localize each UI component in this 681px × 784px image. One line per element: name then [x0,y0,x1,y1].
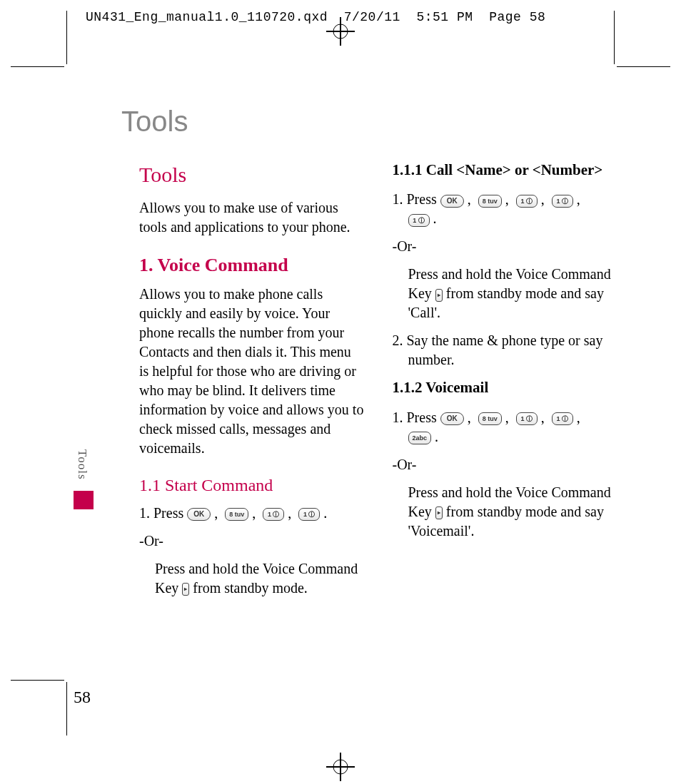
section-title-tools: Tools [139,161,364,190]
crop-mark [66,11,67,64]
voice-command-key-icon: ▸ [435,506,443,519]
slug-action: Page 58 [489,10,545,24]
content-columns: Tools Allows you to make use of various … [139,161,617,606]
call-alt: Press and hold the Voice Command Key ▸ f… [408,265,617,322]
side-tab-block [74,491,94,509]
alt-text-b: from standby mode. [193,580,308,596]
slug-date: 7/20/11 [344,10,400,24]
key-1-icon: 1 ⓘ [552,195,573,208]
key-2-icon: 2abc [408,432,432,444]
key-1-icon: 1 ⓘ [516,412,538,425]
crop-mark [66,682,67,735]
section-title-voicemail: 1.1.2 Voicemail [393,378,617,397]
ok-key-icon: OK [440,412,464,425]
voice-command-key-icon: ▸ [182,583,189,596]
voice-command-intro: Allows you to make phone calls quickly a… [139,285,364,458]
section-title-call-name-number: 1.1.1 Call <Name> or <Number> [393,161,617,180]
or-divider: -Or- [139,531,364,551]
ok-key-icon: OK [187,508,211,521]
key-8-icon: 8 tuv [478,195,502,208]
key-1-icon: 1 ⓘ [263,508,284,521]
svg-point-1 [333,760,348,774]
crop-mark [617,66,670,67]
key-1-icon: 1 ⓘ [552,412,573,425]
section-title-voice-command: 1. Voice Command [139,253,364,278]
key-1-icon: 1 ⓘ [298,508,320,521]
crop-mark [11,66,64,67]
step-label: 1. Press [139,505,187,521]
crop-mark [11,680,64,681]
side-tab: Tools [74,451,94,509]
key-8-icon: 8 tuv [225,508,248,521]
step-label: 1. Press [393,409,440,425]
page-number: 58 [74,688,91,707]
side-tab-label: Tools [75,449,89,480]
crop-mark [614,11,615,64]
key-1-icon: 1 ⓘ [516,195,538,208]
section-title-start-command: 1.1 Start Command [139,474,364,497]
ok-key-icon: OK [440,195,464,208]
running-head: Tools [121,106,188,138]
tools-intro: Allows you to make use of various tools … [139,198,364,237]
registration-mark-bottom [331,757,350,777]
voicemail-step1: 1. Press OK , 8 tuv , 1 ⓘ , 1 ⓘ , 2abc . [393,408,617,447]
key-8-icon: 8 tuv [478,412,502,425]
call-step1: 1. Press OK , 8 tuv , 1 ⓘ , 1 ⓘ , 1 ⓘ . [393,190,617,228]
slug-time: 5:51 PM [416,10,473,24]
voice-command-key-icon: ▸ [435,289,443,302]
registration-mark-top [331,21,350,41]
start-command-step1: 1. Press OK , 8 tuv , 1 ⓘ , 1 ⓘ . [139,504,364,523]
slug-filename: UN431_Eng_manual1.0_110720.qxd [86,10,328,24]
start-command-alt: Press and hold the Voice Command Key ▸ f… [155,559,364,598]
left-column: Tools Allows you to make use of various … [139,161,364,606]
voicemail-alt: Press and hold the Voice Command Key ▸ f… [408,483,617,541]
or-divider: -Or- [393,455,617,474]
key-1-icon: 1 ⓘ [408,214,430,227]
or-divider: -Or- [393,237,617,256]
right-column: 1.1.1 Call <Name> or <Number> 1. Press O… [393,161,617,606]
step-label: 1. Press [393,191,440,207]
svg-point-0 [333,24,348,39]
call-step2: 2. Say the name & phone type or say numb… [393,331,617,370]
